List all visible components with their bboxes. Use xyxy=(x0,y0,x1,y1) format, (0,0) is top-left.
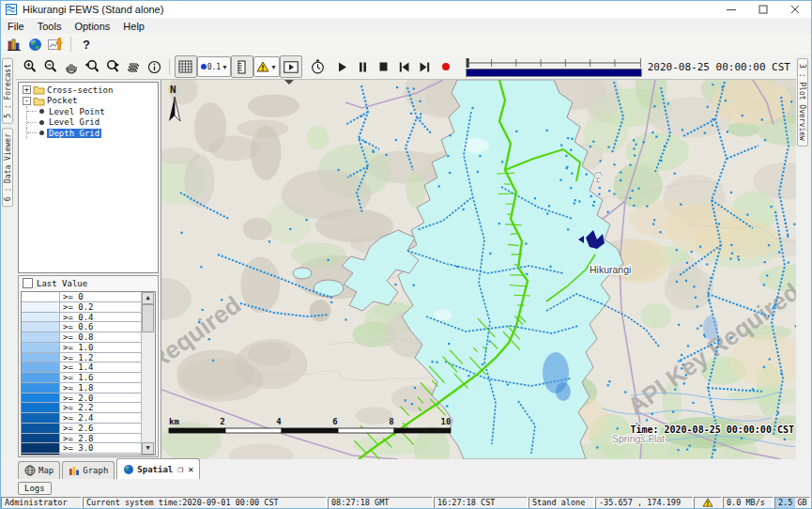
logs-row: Logs xyxy=(1,479,811,497)
timeseries-button[interactable] xyxy=(45,35,66,54)
animation-timer-button[interactable] xyxy=(308,56,329,77)
legend-swatch xyxy=(22,383,60,393)
legend-swatch xyxy=(22,424,60,433)
legend-row: >= 0.6 xyxy=(22,322,142,332)
stop-button[interactable] xyxy=(374,56,394,77)
menu-help[interactable]: Help xyxy=(116,20,151,33)
legend-scrollbar[interactable]: ▲ ▼ xyxy=(141,292,155,455)
legend-swatch xyxy=(22,443,60,453)
skip-start-button[interactable] xyxy=(394,56,415,77)
logs-button[interactable]: Logs xyxy=(18,482,52,495)
tab-spatial[interactable]: Spatial ❐ ✕ xyxy=(116,458,200,479)
tab-forecast[interactable]: 5 : Forecast xyxy=(2,58,13,124)
legend-value-label: >= 2.2 xyxy=(60,403,142,412)
status-user: Administrator xyxy=(1,497,82,509)
zoom-next-button[interactable] xyxy=(102,56,123,77)
tree-item-label[interactable]: Level Point xyxy=(47,107,107,116)
legend-swatch xyxy=(22,413,60,423)
time-slider-handle[interactable] xyxy=(467,58,469,68)
help-button[interactable]: ? xyxy=(76,35,97,54)
zoom-previous-button[interactable] xyxy=(82,56,102,77)
tree-item-pocket[interactable]: - Pocket xyxy=(19,96,158,107)
zoom-out-button[interactable] xyxy=(40,56,61,77)
menu-file[interactable]: File xyxy=(1,20,31,33)
legend-row: >= 1.4 xyxy=(22,362,142,373)
time-slider[interactable] xyxy=(466,57,642,77)
thresholds-dropdown[interactable]: ▼ xyxy=(253,56,280,77)
scroll-thumb[interactable] xyxy=(142,304,154,332)
menu-tools[interactable]: Tools xyxy=(31,20,69,33)
tree-item-depth-grid[interactable]: Depth Grid xyxy=(19,128,158,139)
status-memory: 2.5 GB xyxy=(774,497,810,509)
tree-item-cross-section[interactable]: + Cross-section xyxy=(19,85,158,96)
pan-button[interactable] xyxy=(61,56,82,77)
grid-display-button[interactable] xyxy=(175,55,197,78)
legend-swatch xyxy=(22,353,60,362)
play-button[interactable] xyxy=(332,56,353,77)
content-region: 5 : Forecast 6 : Data Viewer 3 : Plot Ov… xyxy=(1,54,811,459)
collapse-icon[interactable]: - xyxy=(23,97,31,105)
tree-item-level-point[interactable]: Level Point xyxy=(19,106,158,117)
legend-value-label: >= 1.0 xyxy=(60,343,142,352)
legend-row: >= 0.2 xyxy=(22,302,142,313)
grid-icon xyxy=(178,60,192,73)
info-button[interactable] xyxy=(144,56,164,77)
time-span-bar xyxy=(466,69,642,77)
tree-connector xyxy=(26,128,39,139)
toolbar-separator xyxy=(169,59,170,74)
tree-item-label[interactable]: Level Grid xyxy=(47,117,101,127)
left-tab-strip: 5 : Forecast 6 : Data Viewer xyxy=(1,54,16,459)
menu-options[interactable]: Options xyxy=(68,20,116,33)
tab-map[interactable]: Map xyxy=(18,461,60,479)
status-warning[interactable] xyxy=(694,497,722,509)
last-value-checkbox[interactable] xyxy=(23,278,33,288)
tree-connector xyxy=(26,106,39,117)
legend-swatch xyxy=(22,454,60,455)
data-display-button[interactable] xyxy=(4,35,24,54)
expand-icon[interactable]: + xyxy=(23,85,31,94)
layer-bullet-icon xyxy=(39,120,44,125)
tab-data-viewer[interactable]: 6 : Data Viewer xyxy=(2,128,13,207)
time-slider-track[interactable] xyxy=(466,57,642,69)
play-icon xyxy=(338,62,347,72)
scroll-down-icon[interactable]: ▼ xyxy=(142,442,154,455)
legend-value-label: >= 0.2 xyxy=(60,302,142,312)
legend-row: >= 2.0 xyxy=(22,393,142,404)
layers-icon xyxy=(126,60,141,73)
tab-plot-overview[interactable]: 3 : Plot Overview xyxy=(797,58,808,147)
zoom-in-button[interactable] xyxy=(20,56,40,77)
zoom-next-icon xyxy=(104,59,121,74)
legend-value-label: >= 2.0 xyxy=(60,393,142,403)
legend-value-label: >= 2.4 xyxy=(60,413,142,423)
close-button[interactable] xyxy=(779,1,811,18)
maximize-button[interactable] xyxy=(747,1,779,18)
classification-dropdown[interactable]: 0.1▼ xyxy=(197,56,231,77)
scroll-up-icon[interactable]: ▲ xyxy=(142,292,154,304)
tree-item-label-selected[interactable]: Depth Grid xyxy=(47,129,101,138)
record-button[interactable] xyxy=(436,56,456,77)
map-display-button[interactable] xyxy=(24,35,45,54)
status-system-time: Current system time:2020-09-01 00:00 CST xyxy=(83,497,327,509)
tab-restore-icon[interactable]: ❐ xyxy=(177,464,183,474)
hand-icon xyxy=(64,59,79,74)
tree-item-label[interactable]: Cross-section xyxy=(45,85,115,95)
tree-item-label[interactable]: Pocket xyxy=(45,96,80,105)
tab-close-icon[interactable]: ✕ xyxy=(188,464,193,474)
legend-value-label: >= 0 xyxy=(60,292,142,301)
minimize-button[interactable] xyxy=(715,1,747,18)
tree-item-level-grid[interactable]: Level Grid xyxy=(19,117,158,129)
svg-text:8: 8 xyxy=(389,417,393,426)
svg-text:N: N xyxy=(170,84,176,96)
status-bar: Administrator Current system time:2020-0… xyxy=(1,497,811,509)
layers-button[interactable] xyxy=(123,56,144,77)
animate-forecast-button[interactable] xyxy=(280,55,302,78)
svg-text:km: km xyxy=(169,417,179,426)
last-value-label: Last Value xyxy=(37,279,87,288)
chart-arrow-icon xyxy=(48,38,64,52)
ruler-button[interactable] xyxy=(231,55,253,78)
map-canvas[interactable]: API Key Required API Key Required xyxy=(161,80,796,459)
map-view[interactable]: API Key Required API Key Required xyxy=(161,80,796,459)
skip-end-button[interactable] xyxy=(415,56,436,77)
pause-button[interactable] xyxy=(353,56,374,77)
tab-graph[interactable]: Graph xyxy=(62,461,115,479)
